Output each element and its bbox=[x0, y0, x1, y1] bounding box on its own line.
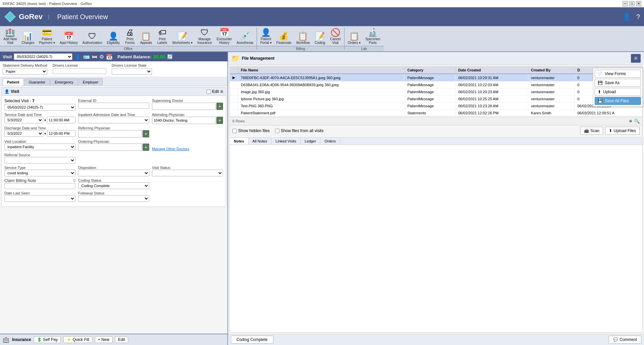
self-pay-button[interactable]: 💲 Self Pay bbox=[34, 336, 61, 343]
tab-emergency[interactable]: Emergency bbox=[50, 78, 78, 85]
new-insurance-button[interactable]: + New bbox=[95, 336, 112, 343]
table-row[interactable]: Iphone Picture.jpg 360.jpg PatientMessag… bbox=[230, 96, 642, 103]
discharge-time-input[interactable] bbox=[47, 130, 75, 137]
scan-button[interactable]: 📠 Scan bbox=[580, 127, 603, 135]
cancel-visit-button[interactable]: 🚫 CancelVisit bbox=[328, 27, 343, 46]
tab-orders[interactable]: Orders bbox=[320, 138, 340, 145]
manage-insurance-button[interactable]: 🛡 ManageInsurance bbox=[195, 27, 214, 46]
service-type-select[interactable]: covid testing bbox=[4, 170, 75, 176]
edit-checkbox[interactable]: Edit bbox=[207, 89, 219, 94]
followup-status-select[interactable] bbox=[78, 195, 149, 202]
patient-portal-button[interactable]: 👤 PatientPortal ▾ bbox=[258, 27, 274, 46]
referral-source-select[interactable] bbox=[4, 157, 75, 164]
restore-button[interactable]: □ bbox=[629, 1, 635, 6]
comment-button[interactable]: 💬 Comment bbox=[609, 336, 641, 344]
drivers-license-input[interactable] bbox=[53, 68, 106, 74]
save-all-files-button[interactable]: 💾 Save All Files bbox=[595, 97, 641, 105]
attending-physician-add-button[interactable]: + bbox=[216, 117, 223, 124]
table-row[interactable]: Test.PNG 360.PNG PatientMessage 06/02/20… bbox=[230, 103, 642, 110]
service-date-select[interactable]: 5/3/2022 bbox=[4, 117, 43, 123]
specimen-parts-button[interactable]: 🔬 SpecimenParts bbox=[363, 27, 382, 46]
attending-physician-input[interactable] bbox=[152, 117, 216, 124]
supervising-doctor-add-button[interactable]: + bbox=[216, 103, 223, 110]
drivers-license-state-select[interactable] bbox=[112, 68, 152, 75]
worksheets-button[interactable]: 📝 Worksheets ▾ bbox=[170, 27, 195, 46]
close-button[interactable]: ✕ bbox=[636, 1, 641, 6]
tab-notes[interactable]: Notes bbox=[230, 138, 249, 145]
appt-history-button[interactable]: 📅 Appt History bbox=[58, 27, 80, 46]
encounter-history-button[interactable]: 📅 EncounterHistory bbox=[215, 27, 234, 46]
supervising-doctor-input[interactable] bbox=[152, 103, 216, 110]
table-row[interactable]: D63BA341-E06A-4D06-9544-96009AB0B839.jpe… bbox=[230, 81, 642, 89]
charges-button[interactable]: 📊 Charges bbox=[20, 27, 37, 46]
tab-all-notes[interactable]: All Notes bbox=[249, 138, 272, 145]
tab-ledger[interactable]: Ledger bbox=[301, 138, 320, 145]
add-new-visit-button[interactable]: 🏥 Add NewVisit bbox=[1, 27, 19, 46]
table-row[interactable]: image.jpg 360.jpg PatientMessage 06/02/2… bbox=[230, 89, 642, 96]
coding-button[interactable]: 📝 Coding bbox=[313, 27, 327, 46]
quick-fill-button[interactable]: ⚡ Quick Fill bbox=[63, 336, 92, 343]
id-card-icon[interactable]: 🪪 bbox=[83, 54, 90, 60]
show-hidden-files-checkbox[interactable]: Show hidden files bbox=[232, 127, 270, 135]
person-icon[interactable]: 👤 bbox=[74, 54, 81, 60]
minimize-button[interactable]: ─ bbox=[623, 1, 628, 6]
table-row[interactable]: ▶ 788D0FBC-63DF-4070-A4CA-EE5C513995A1.j… bbox=[230, 74, 642, 81]
inpatient-date-select[interactable] bbox=[78, 117, 149, 123]
ordering-physician-input[interactable] bbox=[78, 143, 142, 151]
tab-guarantor[interactable]: Guarantor bbox=[24, 78, 50, 85]
bed-icon[interactable]: 🛏 bbox=[92, 54, 97, 60]
anesthesia-button[interactable]: 💉 Anesthesia bbox=[234, 27, 255, 46]
print-forms-button[interactable]: 🖨 PrintForms bbox=[122, 27, 137, 46]
file-mgmt-title: 📁 File Management bbox=[231, 54, 274, 62]
eligibility-button[interactable]: 👤 Eligibility bbox=[105, 27, 122, 46]
claim-billing-note-input[interactable] bbox=[4, 183, 75, 189]
upload-button[interactable]: ⬆ Upload bbox=[595, 88, 641, 96]
save-as-button[interactable]: 💾 Save As bbox=[595, 79, 641, 87]
tab-linked-visits[interactable]: Linked Visits bbox=[272, 138, 301, 145]
visit-dropdown[interactable]: 05/03/2022 (34025-7) bbox=[14, 53, 72, 60]
service-time-input[interactable] bbox=[47, 117, 75, 123]
left-scroll-area[interactable]: 👤 Visit Edit ≡ bbox=[0, 86, 227, 334]
refresh-icon[interactable]: 🔄 bbox=[167, 54, 173, 59]
financials-button[interactable]: 💰 Financials bbox=[274, 27, 293, 46]
selected-visit-dropdown[interactable]: 05/03/2022 (34025-7) bbox=[4, 104, 75, 111]
table-row[interactable]: PatientStatement.pdf Statements 06/02/20… bbox=[230, 110, 642, 117]
visit-location-select[interactable]: Inpatient Facility bbox=[4, 143, 75, 150]
file-table-wrapper[interactable]: File Name Category Date Created Created … bbox=[229, 66, 643, 117]
show-files-all-visits-input[interactable] bbox=[275, 129, 279, 133]
patient-payment-button[interactable]: 💳 PatientPayment ▾ bbox=[37, 27, 57, 46]
show-files-all-visits-checkbox[interactable]: Show files from all visits bbox=[275, 127, 323, 135]
ordering-physician-add-button[interactable]: + bbox=[143, 143, 149, 151]
calendar-icon[interactable]: 📆 bbox=[106, 54, 113, 60]
disposition-select[interactable] bbox=[78, 170, 149, 176]
print-labels-button[interactable]: 🏷 PrintLabels bbox=[155, 27, 170, 46]
appeals-button[interactable]: 📋 Appeals bbox=[138, 27, 154, 46]
coding-complete-button[interactable]: Coding Complete bbox=[231, 336, 273, 344]
upload-files-button[interactable]: ⬆ Upload Files bbox=[605, 127, 640, 135]
coding-status-select[interactable]: Coding Complete bbox=[78, 182, 149, 189]
workflow-button[interactable]: 📋 Workflow bbox=[294, 27, 312, 46]
show-hidden-files-input[interactable] bbox=[232, 129, 237, 133]
hamburger-icon[interactable]: ≡ bbox=[220, 89, 223, 94]
tab-employer[interactable]: Employer bbox=[78, 78, 103, 85]
search-icon[interactable]: 🔍 bbox=[634, 118, 640, 124]
external-id-input[interactable] bbox=[78, 103, 149, 109]
help-icon[interactable]: ? bbox=[636, 13, 640, 21]
edit-insurance-button[interactable]: Edit bbox=[115, 336, 128, 343]
view-forms-button[interactable]: 📄 View Forms bbox=[595, 70, 641, 78]
manage-other-doctors-link[interactable]: Manage Other Doctors bbox=[152, 147, 189, 151]
referring-physician-add-button[interactable]: + bbox=[143, 130, 149, 137]
orders-button[interactable]: 📋 Orders ▾ bbox=[346, 27, 363, 46]
date-last-seen-select[interactable] bbox=[4, 195, 75, 202]
tab-patient[interactable]: Patient bbox=[3, 78, 24, 85]
delivery-method-select[interactable]: Paper bbox=[3, 68, 47, 75]
edit-checkbox-input[interactable] bbox=[207, 90, 211, 94]
discharge-date-select[interactable]: 5/3/2022 bbox=[4, 130, 43, 137]
visit-status-select[interactable] bbox=[152, 170, 223, 176]
authorization-button[interactable]: 🛡 Authorization bbox=[80, 27, 104, 46]
settings-icon[interactable]: ⚙ bbox=[99, 54, 104, 60]
profile-icon[interactable]: 👤 bbox=[623, 13, 631, 21]
referring-physician-input[interactable] bbox=[78, 130, 142, 137]
list-view-icon[interactable]: ≡ bbox=[629, 118, 632, 124]
file-mgmt-menu-button[interactable]: ≡ bbox=[631, 54, 641, 63]
